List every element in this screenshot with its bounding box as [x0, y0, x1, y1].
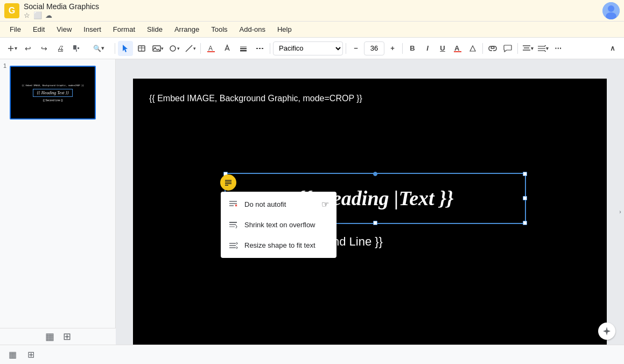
menu-bar: File Edit View Insert Format Slide Arran…: [0, 22, 624, 38]
filmstrip-view-button[interactable]: ⊞: [23, 347, 39, 362]
border-color-button[interactable]: [220, 41, 235, 56]
font-size-input[interactable]: [364, 41, 384, 55]
handle-bottom-center[interactable]: [373, 221, 377, 225]
border-weight-button[interactable]: [236, 41, 251, 56]
menu-arrange[interactable]: Arrange: [169, 23, 205, 36]
user-avatar[interactable]: [602, 2, 620, 19]
image-tool[interactable]: ▾: [150, 41, 165, 56]
handle-top-center[interactable]: [373, 172, 377, 176]
toolbar-divider-7: [517, 43, 518, 54]
thumb-second-line: {{ Second Line }}: [43, 99, 62, 102]
svg-text:A: A: [208, 45, 213, 52]
svg-marker-48: [603, 327, 611, 335]
italic-button[interactable]: I: [420, 41, 434, 55]
select-tool[interactable]: [118, 41, 133, 56]
bold-button[interactable]: B: [405, 41, 419, 55]
comment-button[interactable]: [501, 41, 515, 55]
slide-number: 1: [3, 62, 6, 69]
font-size-group: − +: [349, 41, 399, 55]
toolbar: ▾ ↩ ↪ 🖨 🔍▾ ▾ ▾ ▾ A Pacifico: [0, 38, 624, 59]
svg-rect-25: [454, 51, 461, 52]
font-select[interactable]: Pacifico: [273, 41, 343, 55]
menu-file[interactable]: File: [4, 23, 26, 36]
document-title[interactable]: Social Media Graphics: [24, 2, 99, 11]
align-button[interactable]: ▾: [521, 41, 535, 55]
toolbar-divider-4: [346, 43, 346, 54]
link-button[interactable]: [486, 41, 500, 55]
shrink-text-option[interactable]: Shrink text on overflow: [221, 215, 336, 235]
autofit-dropdown-menu: Do not autofit ☞ Shrink text on overflow: [221, 192, 336, 258]
redo-button[interactable]: ↪: [37, 41, 52, 56]
toolbar-divider-5: [402, 43, 403, 54]
sparkle-icon: [602, 326, 612, 336]
star-icon[interactable]: ☆: [24, 11, 30, 19]
menu-view[interactable]: View: [51, 23, 77, 36]
zoom-button[interactable]: 🔍▾: [85, 41, 112, 56]
menu-slide[interactable]: Slide: [142, 23, 168, 36]
handle-bottom-right[interactable]: [523, 221, 527, 225]
undo-button[interactable]: ↩: [20, 41, 36, 56]
collapse-toolbar-button[interactable]: ∧: [606, 41, 620, 55]
text-box-tool[interactable]: [134, 41, 149, 56]
resize-shape-label: Resize shape to fit text: [244, 241, 315, 249]
font-size-increase[interactable]: +: [385, 41, 399, 55]
svg-line-14: [186, 45, 192, 52]
canvas-area: {{ Embed IMAGE, Background Graphic, mode…: [116, 59, 624, 364]
handle-top-right[interactable]: [523, 172, 527, 176]
resize-shape-option[interactable]: Resize shape to fit text: [221, 235, 336, 256]
slide-canvas: {{ Embed IMAGE, Background Graphic, mode…: [133, 79, 607, 345]
grid-view-icon[interactable]: ▦: [45, 331, 54, 342]
toolbar-divider-3: [270, 43, 270, 54]
app-icon: G: [4, 3, 19, 18]
top-bar: G Social Media Graphics ☆ ⬜ ☁: [0, 0, 624, 22]
toolbar-divider-2: [200, 43, 201, 54]
grid-view-button[interactable]: ▦: [4, 347, 21, 362]
autofit-button[interactable]: [220, 174, 236, 191]
underline-button[interactable]: U: [436, 41, 450, 55]
menu-format[interactable]: Format: [108, 23, 141, 36]
title-area: Social Media Graphics ☆ ⬜ ☁: [24, 2, 99, 19]
border-dash-button[interactable]: [252, 41, 267, 56]
thumb-heading-text: {{ Heading Text }}: [33, 89, 72, 97]
text-color-button[interactable]: A: [451, 41, 465, 55]
add-button[interactable]: ▾: [4, 41, 19, 56]
paint-format-button[interactable]: [69, 41, 84, 56]
resize-shape-icon: [228, 241, 238, 250]
slide-thumbnail[interactable]: {{ Embed IMAGE, Background Graphic, mode…: [10, 66, 96, 120]
fill-color-button[interactable]: A: [204, 41, 219, 56]
font-size-decrease[interactable]: −: [349, 41, 363, 55]
menu-edit[interactable]: Edit: [27, 23, 50, 36]
handle-mid-right[interactable]: [523, 196, 527, 200]
more-options-button[interactable]: ⋯: [551, 41, 565, 55]
autofit-icon: [224, 178, 233, 187]
embed-template-text: {{ Embed IMAGE, Background Graphic, mode…: [149, 94, 362, 103]
shrink-text-icon: [228, 220, 238, 230]
line-tool[interactable]: ▾: [183, 41, 198, 56]
title-icons: ☆ ⬜ ☁: [24, 11, 99, 19]
do-not-autofit-option[interactable]: Do not autofit ☞: [221, 194, 336, 215]
collapse-arrow-icon: ›: [619, 209, 621, 215]
no-autofit-icon: [228, 199, 238, 209]
bottom-right-button[interactable]: [598, 323, 615, 340]
svg-point-13: [170, 46, 176, 51]
highlight-button[interactable]: [466, 41, 480, 55]
toolbar-divider-1: [115, 43, 115, 54]
menu-addons[interactable]: Add-ons: [234, 23, 271, 36]
toolbar-divider-6: [482, 43, 483, 54]
menu-help[interactable]: Help: [272, 23, 297, 36]
bottom-bar: ▦ ⊞: [0, 345, 624, 364]
collapse-panel-button[interactable]: ›: [616, 201, 624, 222]
do-not-autofit-label: Do not autofit: [244, 200, 286, 208]
svg-point-1: [608, 5, 614, 12]
shape-tool[interactable]: ▾: [166, 41, 181, 56]
svg-rect-16: [207, 51, 215, 52]
thumb-embed-text: {{ Embed IMAGE, Background Graphic, mode…: [22, 84, 84, 87]
line-spacing-button[interactable]: ▾: [536, 41, 550, 55]
menu-insert[interactable]: Insert: [78, 23, 107, 36]
svg-rect-5: [73, 45, 76, 50]
menu-tools[interactable]: Tools: [206, 23, 233, 36]
folder-icon[interactable]: ⬜: [33, 11, 42, 19]
filmstrip-view-icon[interactable]: ⊞: [63, 331, 71, 342]
print-button[interactable]: 🖨: [53, 41, 68, 56]
cloud-icon[interactable]: ☁: [45, 11, 52, 19]
